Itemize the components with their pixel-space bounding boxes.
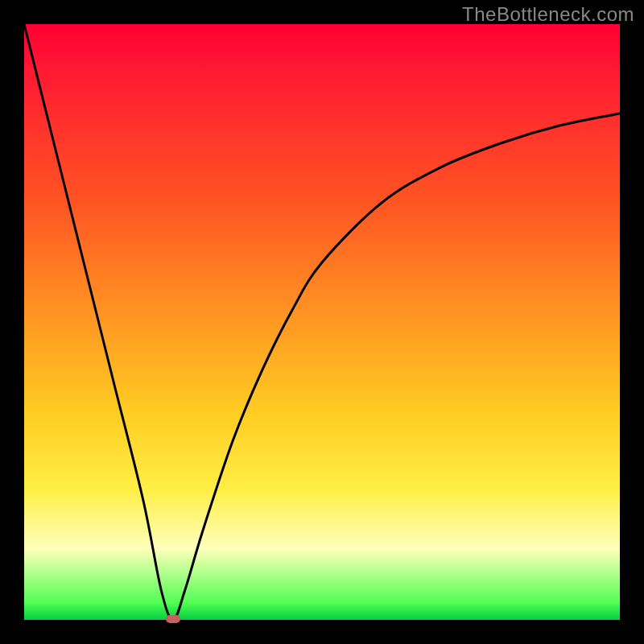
curve-path bbox=[24, 24, 620, 620]
plot-area bbox=[24, 24, 620, 620]
chart-frame: TheBottleneck.com bbox=[0, 0, 644, 644]
min-point-marker bbox=[166, 615, 180, 623]
watermark-text: TheBottleneck.com bbox=[462, 3, 634, 26]
bottleneck-curve bbox=[24, 24, 620, 620]
